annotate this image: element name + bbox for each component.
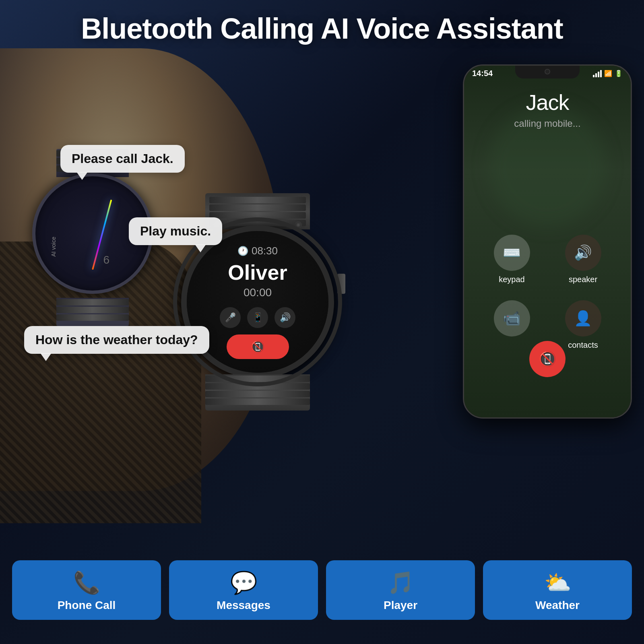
page-title: Bluetooth Calling AI Voice Assistant <box>0 12 644 45</box>
speaker-circle[interactable]: 🔊 <box>565 235 601 271</box>
weather-label: Weather <box>535 599 580 612</box>
wifi-icon: 📶 <box>604 70 612 77</box>
watch-1-number: 6 <box>103 254 109 266</box>
contacts-icon: 👤 <box>574 310 592 327</box>
phone-screen: 14:54 📶 🔋 Jack calling mobile... <box>464 66 631 417</box>
phone-speaker-btn[interactable]: 🔊 speaker <box>551 235 615 284</box>
keypad-label: keypad <box>499 275 525 284</box>
video-icon: 📹 <box>503 310 521 327</box>
video-circle[interactable]: 📹 <box>494 300 530 336</box>
phone-call-icon: 📞 <box>73 572 100 593</box>
phone-caller-name: Jack <box>464 90 631 115</box>
speech-bubble-music: Play music. <box>129 217 222 245</box>
speaker-icon: 🔊 <box>574 244 592 261</box>
ai-voice-label: AI voice <box>50 237 57 257</box>
keypad-circle[interactable]: ⌨️ <box>494 235 530 271</box>
signal-bars <box>593 70 602 77</box>
end-call-icon: 📵 <box>539 351 557 367</box>
speech-bubble-call: Please call Jack. <box>60 145 185 173</box>
feature-phone-call[interactable]: 📞 Phone Call <box>12 560 161 620</box>
phone-caller-section: Jack calling mobile... <box>464 90 631 137</box>
messages-label: Messages <box>217 599 270 612</box>
phone-end-call-btn[interactable]: 📵 <box>529 341 566 377</box>
phone-contacts-btn[interactable]: 👤 contacts <box>551 300 615 350</box>
phone-display: 14:54 📶 🔋 Jack calling mobile... <box>463 64 632 419</box>
phone-keypad-btn[interactable]: ⌨️ keypad <box>480 235 543 284</box>
feature-player[interactable]: 🎵 Player <box>326 560 475 620</box>
phone-status-icons: 📶 🔋 <box>593 70 623 77</box>
battery-icon: 🔋 <box>615 70 623 77</box>
phone-body: 14:54 📶 🔋 Jack calling mobile... <box>463 64 632 419</box>
feature-weather[interactable]: ⛅ Weather <box>483 560 632 620</box>
keypad-icon: ⌨️ <box>503 244 521 261</box>
speech-bubble-weather: How is the weather today? <box>24 326 209 354</box>
phone-call-actions: ⌨️ keypad 🔊 speaker 📹 <box>464 235 631 350</box>
phone-call-label: Phone Call <box>58 599 116 612</box>
player-icon: 🎵 <box>387 572 414 593</box>
feature-messages[interactable]: 💬 Messages <box>169 560 318 620</box>
phone-time: 14:54 <box>472 69 493 78</box>
messages-icon: 💬 <box>230 572 257 593</box>
phone-caller-status: calling mobile... <box>464 118 631 129</box>
phone-video-btn[interactable]: 📹 <box>480 300 543 350</box>
features-bar: 📞 Phone Call 💬 Messages 🎵 Player ⛅ Weath… <box>12 560 632 620</box>
contacts-label: contacts <box>568 341 598 350</box>
player-label: Player <box>384 599 417 612</box>
speaker-label: speaker <box>569 275 597 284</box>
phone-status-bar: 14:54 📶 🔋 <box>472 69 623 78</box>
contacts-circle[interactable]: 👤 <box>565 300 601 336</box>
weather-icon: ⛅ <box>544 572 571 593</box>
